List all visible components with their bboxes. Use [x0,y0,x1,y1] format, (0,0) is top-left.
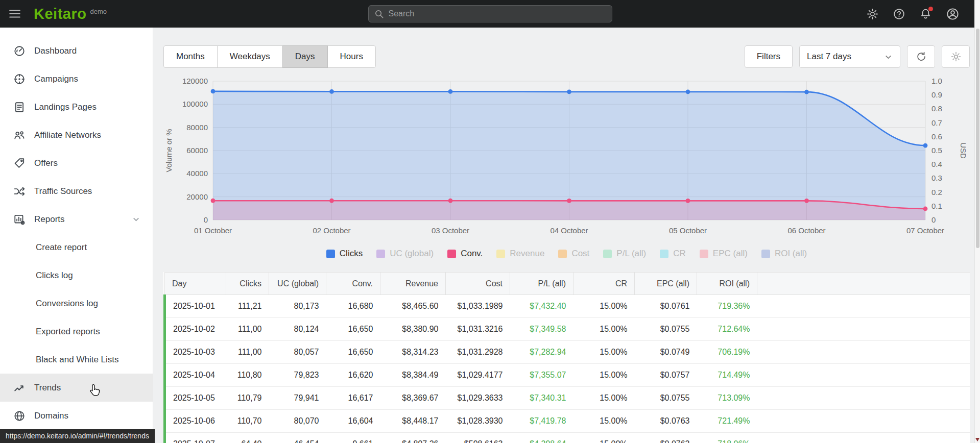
trends-chart[interactable]: 02000040000600008000010000012000001 Octo… [163,72,970,242]
column-header-p-l-all[interactable]: P/L (all) [510,273,573,295]
legend-item-roi-all[interactable]: ROI (all) [761,249,807,259]
chart-settings-button[interactable] [942,45,970,68]
sidebar-item-black-and-white-lists[interactable]: Black and White Lists [0,346,153,374]
column-header-cost[interactable]: Cost [446,273,510,295]
tab-months[interactable]: Months [163,45,218,68]
sidebar-item-landings-pages[interactable]: Landings Pages [0,93,153,121]
legend-label: EPC (all) [713,249,748,259]
sidebar-item-exported-reports[interactable]: Exported reports [0,317,153,346]
cell-day: 2025-10-02 [165,318,226,341]
status-url-tooltip: https://demo.keitaro.io/admin/#!/trends/… [0,429,155,443]
svg-text:0.2: 0.2 [931,188,942,196]
sidebar-item-domains[interactable]: Domains [0,402,153,430]
column-header-clicks[interactable]: Clicks [226,273,269,295]
scrollbar-down-arrow[interactable] [975,438,979,441]
cell-conv: 16,604 [326,410,380,433]
cell-p-l-all: $7,355.07 [510,364,573,387]
legend-swatch [558,250,567,258]
table-row[interactable]: 2025-10-0764,4046,4549,661$4,897.26$598.… [165,433,970,443]
search-input[interactable] [389,9,606,18]
sidebar-item-label: Dashboard [34,46,77,56]
svg-text:0.5: 0.5 [931,146,942,155]
sidebar-item-traffic-sources[interactable]: Traffic Sources [0,177,153,205]
sidebar-item-trends[interactable]: Trends [0,374,153,402]
table-row[interactable]: 2025-10-01111,2180,17316,680$8,465.60$1,… [165,295,970,318]
cell-filler [757,387,970,410]
cell-cr: 15.00% [573,387,635,410]
column-header-epc-all[interactable]: EPC (all) [635,273,697,295]
scrollbar-thumb[interactable] [976,29,979,248]
column-header-uc-global[interactable]: UC (global) [269,273,326,295]
scrollbar[interactable] [974,0,980,443]
trends-toolbar: MonthsWeekdaysDaysHours Filters Last 7 d… [163,45,970,68]
cell-revenue: $8,384.49 [380,364,446,387]
column-header-cr[interactable]: CR [573,273,635,295]
svg-text:0.8: 0.8 [931,104,942,113]
trends-table: DayClicksUC (global)Conv.RevenueCostP/L … [163,272,970,443]
filters-button[interactable]: Filters [745,45,793,68]
sidebar-item-conversions-log[interactable]: Conversions log [0,289,153,317]
sidebar-item-offers[interactable]: Offers [0,149,153,177]
cell-clicks: 110,70 [226,410,269,433]
table-row[interactable]: 2025-10-02111,0080,12416,650$8,380.90$1,… [165,318,970,341]
sidebar-item-label: Campaigns [34,74,78,84]
column-header-conv[interactable]: Conv. [326,273,380,295]
sidebar-item-reports[interactable]: Reports [0,205,153,233]
help-icon[interactable] [893,8,905,20]
hamburger-menu-button[interactable] [0,0,30,28]
date-range-select[interactable]: Last 7 days [799,45,900,68]
legend-item-cost[interactable]: Cost [558,249,589,259]
sidebar-item-affiliate-networks[interactable]: Affiliate Networks [0,121,153,149]
toolbar-right: Filters Last 7 days [745,45,970,68]
column-header-revenue[interactable]: Revenue [380,273,446,295]
sidebar-item-clicks-log[interactable]: Clicks log [0,261,153,289]
legend-item-revenue[interactable]: Revenue [496,249,544,259]
column-header-day[interactable]: Day [165,273,226,295]
granularity-tabs: MonthsWeekdaysDaysHours [163,45,376,68]
table-row[interactable]: 2025-10-04110,8079,82316,620$8,384.49$1,… [165,364,970,387]
cell-cost: $1,031.3216 [446,318,510,341]
column-header-roi-all[interactable]: ROI (all) [697,273,757,295]
table-header-row: DayClicksUC (global)Conv.RevenueCostP/L … [165,273,970,295]
table-row[interactable]: 2025-10-06110,7080,07016,604$8,448.17$1,… [165,410,970,433]
tab-weekdays[interactable]: Weekdays [217,45,283,68]
legend-item-p-l-all[interactable]: P/L (all) [603,249,646,259]
svg-text:100000: 100000 [182,100,208,108]
sidebar-item-label: Conversions log [36,299,98,309]
refresh-button[interactable] [907,45,935,68]
sidebar-item-dashboard[interactable]: Dashboard [0,37,153,65]
search-box[interactable] [368,5,612,22]
account-icon[interactable] [946,7,960,21]
offers-icon [13,157,26,169]
legend-item-cr[interactable]: CR [660,249,686,259]
table-row[interactable]: 2025-10-05110,7979,94116,617$8,369.67$1,… [165,387,970,410]
legend-label: ROI (all) [775,249,807,259]
cell-uc-global: 80,173 [269,295,326,318]
bell-icon[interactable] [919,8,932,20]
logo[interactable]: Keitaro demo [34,7,107,21]
cell-day: 2025-10-04 [165,364,226,387]
legend-item-clicks[interactable]: Clicks [326,249,363,259]
legend-item-epc-all[interactable]: EPC (all) [700,249,748,259]
cell-cost: $1,029.3633 [446,387,510,410]
cell-epc-all: $0.0755 [635,387,697,410]
legend-item-conv[interactable]: Conv. [447,249,483,259]
cell-cost: $1,033.1989 [446,295,510,318]
trends-table-wrap: DayClicksUC (global)Conv.RevenueCostP/L … [163,272,970,443]
svg-text:1.0: 1.0 [931,77,942,85]
cell-uc-global: 80,124 [269,318,326,341]
sidebar-item-create-report[interactable]: Create report [0,233,153,261]
legend-label: Conv. [461,249,483,259]
tab-days[interactable]: Days [282,45,328,68]
gear-icon[interactable] [866,8,879,20]
domains-icon [13,410,26,422]
cell-filler [757,341,970,364]
sidebar-item-label: Domains [34,411,68,421]
sidebar-item-campaigns[interactable]: Campaigns [0,65,153,93]
dashboard-icon [13,45,26,57]
svg-text:04 October: 04 October [550,226,588,235]
legend-item-uc-global[interactable]: UC (global) [376,249,434,259]
tab-hours[interactable]: Hours [327,45,376,68]
table-row[interactable]: 2025-10-03111,0080,05716,650$8,314.23$1,… [165,341,970,364]
cell-conv: 9,661 [326,433,380,443]
